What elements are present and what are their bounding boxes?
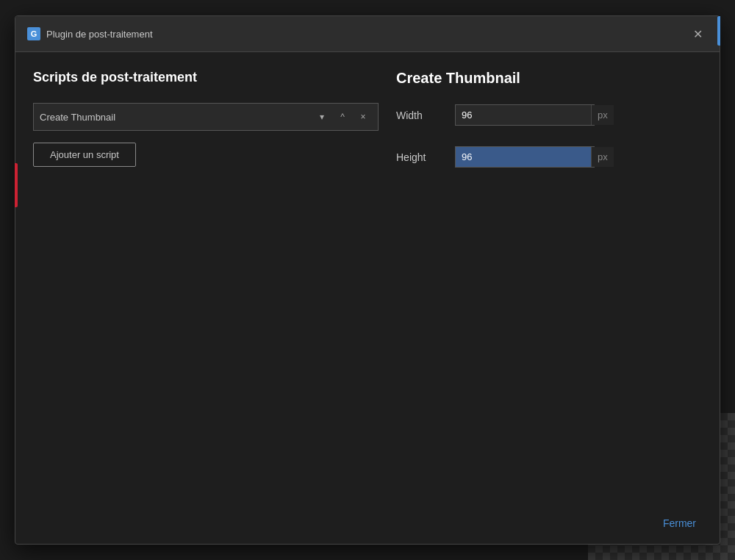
app-icon: G [27,27,40,40]
script-name: Create Thumbnail [40,112,310,123]
fermer-button[interactable]: Fermer [657,514,702,532]
width-input[interactable] [456,105,591,125]
chevron-down-icon: ▾ [320,112,324,122]
height-input-group: px [455,146,595,168]
window-title: Plugin de post-traitement [46,29,153,40]
dialog-body: Scripts de post-traitement Create Thumbn… [15,52,720,506]
script-item-row: Create Thumbnail ▾ ^ × [33,103,379,131]
height-input[interactable] [456,147,591,167]
height-field-row: Height px [396,146,702,168]
width-input-group: px [455,104,595,126]
main-dialog: G Plugin de post-traitement ✕ Scripts de… [15,15,720,545]
right-panel: Create Thumbnail Width px Height px [396,70,702,488]
script-remove-button[interactable]: × [354,108,372,126]
left-panel-title: Scripts de post-traitement [33,70,379,85]
width-field-row: Width px [396,104,702,126]
script-move-down-button[interactable]: ▾ [313,108,331,126]
width-unit: px [591,105,614,125]
left-panel: Scripts de post-traitement Create Thumbn… [33,70,379,488]
width-label: Width [396,110,455,121]
close-icon: × [360,112,365,122]
height-unit: px [591,147,614,167]
window-close-button[interactable]: ✕ [687,24,708,44]
script-move-up-button[interactable]: ^ [334,108,351,126]
dialog-footer: Fermer [15,506,720,544]
section-title: Create Thumbnail [396,70,702,87]
title-bar: G Plugin de post-traitement ✕ [15,16,720,52]
chevron-up-icon: ^ [340,112,345,122]
left-edge-bar [15,163,18,207]
add-script-button[interactable]: Ajouter un script [33,143,136,167]
height-label: Height [396,151,455,163]
title-bar-left: G Plugin de post-traitement [27,27,153,40]
right-edge-bar [717,16,720,46]
